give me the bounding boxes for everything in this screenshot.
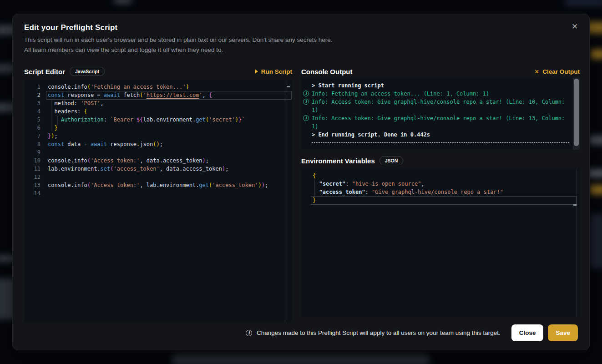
code-line[interactable]: { bbox=[313, 172, 580, 180]
json-badge: JSON bbox=[379, 156, 404, 165]
bg-blur-shape bbox=[565, 0, 602, 6]
indent-guide bbox=[51, 99, 51, 132]
editor-scroll-edge bbox=[576, 169, 577, 317]
dialog-description: This script will run in each user's brow… bbox=[24, 35, 332, 55]
line-number: 8 bbox=[24, 140, 40, 148]
code-line[interactable]: "secret": "hive-is-open-source", bbox=[313, 180, 580, 188]
console-entry-text: Info: Access token: Give graphql-hive/co… bbox=[312, 99, 565, 113]
script-code-lines[interactable]: 1console.info('Fetching an access token.… bbox=[24, 83, 292, 197]
line-number: 13 bbox=[24, 181, 40, 189]
play-icon bbox=[255, 69, 258, 74]
dialog-description-line2: All team members can view the script and… bbox=[24, 45, 332, 55]
save-button[interactable]: Save bbox=[548, 324, 578, 341]
code-line[interactable]: 1console.info('Fetching an access token.… bbox=[24, 83, 292, 91]
page-title: Edit your Preflight Script bbox=[24, 23, 117, 32]
code-line[interactable]: 7}); bbox=[24, 132, 292, 140]
line-number: 14 bbox=[24, 189, 40, 197]
line-number: 11 bbox=[24, 165, 40, 173]
editor-scroll-edge bbox=[285, 80, 285, 322]
console-entry: > End running script. Done in 0.442s bbox=[301, 131, 570, 139]
close-button[interactable]: Close bbox=[511, 324, 544, 341]
console-header: Console Output ✕ Clear Output bbox=[301, 66, 580, 77]
code-line[interactable]: 12 bbox=[24, 173, 292, 181]
line-number: 10 bbox=[24, 157, 40, 165]
indent-guide bbox=[57, 116, 58, 124]
console-scrollbar-thumb[interactable] bbox=[574, 79, 579, 146]
console-entry: > Start running script bbox=[301, 81, 570, 90]
console-entry: iInfo: Fetching an access token... (Line… bbox=[301, 90, 570, 98]
console-entry-text: Info: Fetching an access token... (Line:… bbox=[312, 91, 489, 97]
script-editor[interactable]: 1console.info('Fetching an access token.… bbox=[24, 80, 292, 322]
env-vars-editor[interactable]: { "secret": "hive-is-open-source", "acce… bbox=[301, 169, 580, 317]
script-editor-title: Script Editor bbox=[24, 68, 65, 76]
code-line[interactable]: "access_token": "Give graphql-hive/conso… bbox=[313, 188, 580, 196]
console-scrollbar-track[interactable] bbox=[573, 78, 580, 150]
overview-ruler-mark bbox=[287, 86, 290, 87]
clear-icon: ✕ bbox=[534, 68, 539, 75]
bg-blur-shape bbox=[114, 0, 132, 4]
console-entry: iInfo: Access token: Give graphql-hive/c… bbox=[301, 98, 570, 114]
clear-output-label: Clear Output bbox=[542, 68, 580, 75]
console-output-title: Console Output bbox=[301, 68, 353, 76]
console-entry-text: > Start running script bbox=[312, 82, 384, 89]
line-number: 2 bbox=[24, 91, 40, 99]
info-icon: i bbox=[303, 91, 309, 96]
bg-blur-shape bbox=[588, 136, 602, 145]
code-line[interactable]: 11lab.environment.set('access_token', da… bbox=[24, 165, 292, 173]
console-entries: > Start running scriptiInfo: Fetching an… bbox=[301, 81, 571, 143]
code-line[interactable]: 13console.info('Access token:', lab.envi… bbox=[24, 181, 292, 189]
console-output[interactable]: > Start running scriptiInfo: Fetching an… bbox=[301, 78, 580, 150]
javascript-badge: JavaScript bbox=[70, 67, 105, 76]
run-script-button[interactable]: Run Script bbox=[255, 68, 292, 75]
env-vars-title: Environment Variables bbox=[301, 157, 375, 165]
console-separator bbox=[312, 142, 569, 143]
info-icon: i bbox=[303, 99, 309, 105]
line-number: 7 bbox=[24, 132, 40, 140]
line-number: 9 bbox=[24, 148, 40, 157]
preflight-script-dialog: ✕ Edit your Preflight Script This script… bbox=[12, 14, 590, 350]
code-line[interactable]: 9 bbox=[24, 148, 292, 157]
dialog-footer: i Changes made to this Preflight Script … bbox=[246, 324, 578, 341]
bg-blur-shape bbox=[590, 49, 602, 59]
env-vars-header: Environment Variables JSON bbox=[301, 155, 580, 167]
line-number: 12 bbox=[24, 173, 40, 181]
line-number: 1 bbox=[24, 83, 40, 91]
clear-output-button[interactable]: ✕ Clear Output bbox=[534, 68, 580, 75]
line-number: 3 bbox=[24, 99, 40, 107]
env-current-line-highlight bbox=[311, 196, 577, 205]
footer-notice: i Changes made to this Preflight Script … bbox=[246, 329, 501, 336]
script-editor-header: Script Editor JavaScript Run Script bbox=[24, 66, 292, 77]
code-line[interactable]: 4 headers: { bbox=[24, 107, 292, 116]
line-number: 5 bbox=[24, 116, 40, 124]
info-icon: i bbox=[303, 115, 309, 121]
bg-blur-shape bbox=[172, 354, 430, 364]
indent-guide bbox=[314, 180, 315, 196]
overview-ruler-mark bbox=[573, 204, 577, 206]
console-entry-text: > End running script. Done in 0.442s bbox=[312, 131, 430, 138]
line-number: 4 bbox=[24, 107, 40, 116]
code-line[interactable]: 10console.info('Access token:', data.acc… bbox=[24, 157, 292, 165]
console-entry: iInfo: Access token: Give graphql-hive/c… bbox=[301, 114, 570, 131]
code-line[interactable]: 14 bbox=[24, 189, 292, 197]
bg-blur-shape bbox=[589, 214, 602, 268]
run-script-label: Run Script bbox=[261, 68, 292, 75]
info-icon: i bbox=[246, 330, 252, 336]
close-icon[interactable]: ✕ bbox=[568, 20, 581, 33]
bg-blur-shape bbox=[589, 185, 602, 195]
code-line[interactable]: 6 } bbox=[24, 124, 292, 132]
line-number: 6 bbox=[24, 124, 40, 132]
current-line-highlight bbox=[46, 91, 292, 100]
console-entry-text: Info: Access token: Give graphql-hive/co… bbox=[312, 115, 565, 130]
code-line[interactable]: 3 method: 'POST', bbox=[24, 99, 292, 107]
dialog-description-line1: This script will run in each user's brow… bbox=[24, 35, 332, 45]
code-line[interactable]: 5 Authorization: `Bearer ${lab.environme… bbox=[24, 116, 292, 124]
footer-notice-text: Changes made to this Preflight Script wi… bbox=[257, 329, 501, 336]
code-line[interactable]: 8const data = await response.json(); bbox=[24, 140, 292, 148]
